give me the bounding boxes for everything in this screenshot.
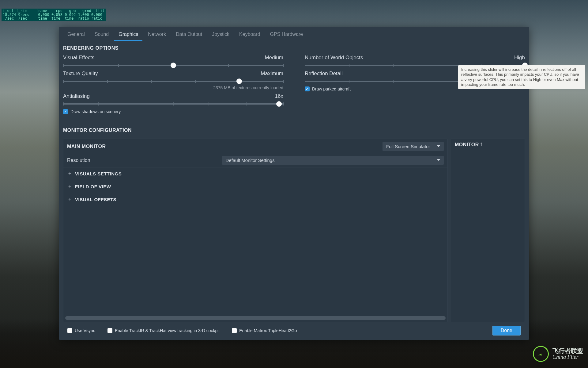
- horizontal-scrollbar[interactable]: [65, 316, 446, 320]
- main-monitor-panel: MAIN MONITOR Full Screen Simulator Resol…: [63, 139, 448, 322]
- resolution-label: Resolution: [67, 158, 90, 163]
- visual-effects-slider[interactable]: [63, 62, 283, 69]
- tab-keyboard[interactable]: Keyboard: [235, 30, 265, 41]
- use-vsync-label: Use Vsync: [75, 328, 95, 333]
- monitor-1-title: MONITOR 1: [455, 142, 483, 148]
- draw-parked-checkbox[interactable]: ✓: [305, 86, 310, 91]
- visual-effects-thumb[interactable]: [171, 63, 176, 68]
- check-icon: ✓: [64, 110, 67, 113]
- world-objects-label: Number of World Objects: [305, 55, 363, 61]
- enable-matrox-label: Enable Matrox TripleHead2Go: [239, 328, 297, 333]
- visual-offsets-label: VISUAL OFFSETS: [75, 197, 116, 202]
- main-monitor-title: MAIN MONITOR: [67, 144, 106, 149]
- texture-quality-value: Maximum: [261, 71, 283, 77]
- chevron-down-icon: [436, 158, 441, 163]
- debug-overlay: f_out f_sim frame cpu gpu grnd flit 18.5…: [2, 9, 106, 21]
- check-icon: ✓: [306, 87, 309, 91]
- resolution-dropdown[interactable]: Default Monitor Settings: [222, 156, 444, 165]
- plus-icon: +: [68, 183, 72, 190]
- visual-offsets-expander[interactable]: + VISUAL OFFSETS: [63, 193, 447, 206]
- enable-trackir-label: Enable TrackIR & TrackHat view tracking …: [115, 328, 220, 333]
- field-of-view-label: FIELD OF VIEW: [75, 184, 111, 189]
- tab-graphics[interactable]: Graphics: [114, 30, 142, 41]
- texture-quality-label: Texture Quality: [63, 71, 98, 77]
- settings-tabs: General Sound Graphics Network Data Outp…: [59, 27, 529, 40]
- watermark-en: China Flier: [552, 354, 583, 360]
- tab-network[interactable]: Network: [144, 30, 170, 41]
- field-of-view-expander[interactable]: + FIELD OF VIEW: [63, 180, 447, 193]
- visual-effects-value: Medium: [265, 55, 283, 61]
- monitor-configuration-title: MONITOR CONFIGURATION: [63, 128, 525, 133]
- rendering-options-title: RENDERING OPTIONS: [63, 45, 525, 51]
- texture-quality-thumb[interactable]: [236, 79, 242, 84]
- texture-quality-slider[interactable]: [63, 78, 283, 85]
- rendering-left-column: Visual Effects Medium Texture Quality Ma…: [63, 55, 283, 116]
- enable-matrox-checkbox[interactable]: [232, 328, 237, 333]
- monitor-mode-value: Full Screen Simulator: [386, 144, 430, 149]
- texture-memory-subtext: 2375 MB of textures currently loaded: [63, 85, 283, 90]
- resolution-value: Default Monitor Settings: [226, 158, 275, 163]
- antialiasing-label: Antialiasing: [63, 93, 90, 99]
- antialiasing-thumb[interactable]: [276, 101, 282, 107]
- antialiasing-slider[interactable]: [63, 101, 283, 107]
- reflection-detail-tooltip: Increasing this slider will increase the…: [458, 65, 585, 89]
- tab-gps-hardware[interactable]: GPS Hardware: [266, 30, 307, 41]
- chevron-down-icon: [436, 144, 441, 149]
- tab-sound[interactable]: Sound: [90, 30, 113, 41]
- plus-icon: +: [68, 171, 72, 177]
- use-vsync-checkbox[interactable]: [67, 328, 72, 333]
- tab-general[interactable]: General: [63, 30, 89, 41]
- plus-icon: +: [68, 196, 72, 203]
- antialiasing-value: 16x: [275, 93, 283, 99]
- draw-parked-label: Draw parked aircraft: [312, 86, 351, 91]
- world-objects-value: High: [514, 55, 525, 61]
- visuals-settings-label: VISUALS SETTINGS: [75, 171, 122, 176]
- monitor-mode-dropdown[interactable]: Full Screen Simulator: [383, 142, 444, 151]
- draw-shadows-label: Draw shadows on scenery: [70, 109, 121, 114]
- visual-effects-label: Visual Effects: [63, 55, 94, 61]
- airplane-icon: [532, 345, 550, 363]
- visuals-settings-expander[interactable]: + VISUALS SETTINGS: [63, 167, 447, 180]
- tab-data-output[interactable]: Data Output: [172, 30, 206, 41]
- done-button[interactable]: Done: [492, 326, 521, 335]
- draw-shadows-checkbox[interactable]: ✓: [63, 109, 68, 114]
- enable-trackir-checkbox[interactable]: [107, 328, 112, 333]
- watermark: 飞行者联盟 China Flier: [533, 346, 583, 362]
- footer: Use Vsync Enable TrackIR & TrackHat view…: [63, 322, 525, 340]
- tab-joystick[interactable]: Joystick: [208, 30, 234, 41]
- watermark-cn: 飞行者联盟: [552, 347, 583, 354]
- monitor-1-panel[interactable]: MONITOR 1: [451, 139, 525, 322]
- reflection-detail-label: Reflection Detail: [305, 71, 343, 77]
